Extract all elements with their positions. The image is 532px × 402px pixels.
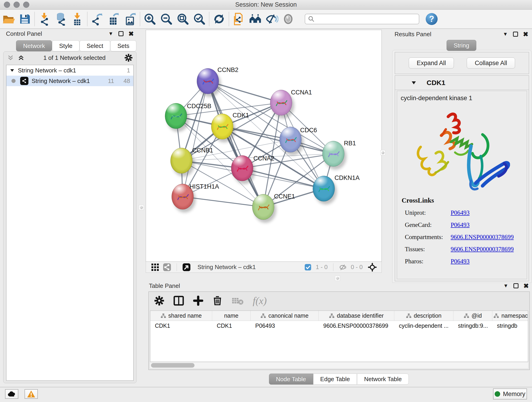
export-image-button[interactable] — [122, 11, 138, 27]
section-collapse-icon[interactable] — [411, 80, 417, 85]
table-cell[interactable]: cyclin-dependent ... — [394, 321, 453, 331]
network-node-CDK1[interactable] — [211, 114, 233, 139]
results-panel-close-icon[interactable]: ✖ — [523, 31, 528, 38]
column-header[interactable]: database identifier — [319, 311, 394, 321]
network-node-CDC6[interactable] — [279, 127, 302, 153]
control-panel-float-icon[interactable] — [119, 31, 123, 36]
crosslink-link[interactable]: P06493 — [451, 258, 470, 265]
expand-all-icon[interactable] — [18, 54, 25, 61]
save-session-button[interactable] — [17, 11, 33, 27]
network-collection-row[interactable]: String Network – cdk1 1 — [6, 65, 133, 76]
bottom-splitter-handle[interactable] — [335, 276, 340, 281]
table-hscrollbar-thumb[interactable] — [151, 363, 195, 368]
hidden-eye-icon[interactable] — [337, 263, 349, 272]
hide-selected-button[interactable] — [264, 11, 280, 27]
results-panel-menu-icon[interactable]: ▼ — [503, 31, 508, 37]
birds-eye-view-icon[interactable] — [181, 263, 192, 272]
network-node-CCNE1[interactable] — [252, 194, 274, 220]
right-splitter-handle[interactable] — [380, 150, 385, 155]
network-edge[interactable] — [208, 81, 281, 103]
import-network-database-button[interactable] — [53, 11, 69, 27]
crosslink-link[interactable]: P06493 — [451, 221, 470, 228]
table-cell[interactable]: stringdb — [492, 321, 528, 331]
table-panel-close-icon[interactable]: ✖ — [524, 282, 529, 290]
fit-content-crosshair-icon[interactable] — [366, 263, 378, 272]
network-row[interactable]: String Network – cdk1 11 48 — [6, 76, 133, 86]
network-view-icon[interactable] — [161, 263, 173, 272]
column-header[interactable]: canonical name — [251, 311, 319, 321]
open-session-button[interactable] — [0, 11, 17, 27]
export-table-button[interactable] — [105, 11, 122, 27]
network-node-CCNA1[interactable] — [270, 90, 292, 115]
table-panel-menu-icon[interactable]: ▼ — [503, 283, 508, 289]
tab-string[interactable]: String — [447, 40, 476, 51]
table-panel-float-icon[interactable] — [513, 283, 519, 288]
show-columns-icon[interactable] — [173, 295, 184, 306]
table-hscrollbar[interactable] — [150, 362, 528, 368]
network-node-CCNB2[interactable] — [197, 68, 219, 94]
tab-node-table[interactable]: Node Table — [269, 374, 313, 385]
tab-style[interactable]: Style — [52, 40, 80, 51]
crosslink-link[interactable]: 9606.ENSP00000378699 — [451, 246, 514, 253]
column-header[interactable]: namespace — [492, 311, 528, 321]
cloud-button[interactable] — [5, 389, 18, 399]
crosslink-link[interactable]: 9606.ENSP00000378699 — [451, 234, 514, 240]
zoom-in-button[interactable] — [142, 11, 158, 27]
tab-select[interactable]: Select — [80, 40, 110, 51]
network-canvas[interactable]: CCNB2CCNA1CDC25BCDK1CDC6RB1CCNB1CCNA2CDK… — [146, 30, 382, 262]
zoom-out-button[interactable] — [158, 11, 175, 27]
network-edge[interactable] — [183, 197, 263, 207]
column-header[interactable]: name — [212, 311, 251, 321]
delete-icon[interactable] — [212, 296, 222, 306]
network-edge[interactable] — [183, 81, 208, 197]
show-graphics-details-button[interactable] — [280, 11, 297, 27]
show-all-networks-button[interactable] — [247, 11, 264, 27]
table-cell[interactable]: P06493 — [251, 321, 319, 331]
column-header[interactable]: shared name — [150, 311, 212, 321]
control-panel-close-icon[interactable]: ✖ — [128, 30, 134, 38]
tab-network[interactable]: Network — [16, 40, 52, 51]
table-cell[interactable]: CDK1 — [150, 321, 212, 331]
results-panel-float-icon[interactable] — [513, 32, 518, 37]
network-node-CCNA2[interactable] — [231, 155, 253, 181]
selected-checkbox-icon[interactable] — [302, 263, 314, 272]
function-builder-icon[interactable]: f(x) — [253, 295, 267, 307]
column-header[interactable]: description — [394, 311, 453, 321]
network-node-RB1[interactable] — [322, 141, 344, 167]
expand-all-button[interactable]: Expand All — [409, 57, 454, 69]
refresh-button[interactable] — [211, 11, 227, 27]
export-network-button[interactable] — [89, 11, 105, 27]
tab-network-table[interactable]: Network Table — [357, 374, 409, 385]
control-panel-menu-icon[interactable]: ▼ — [108, 31, 114, 37]
help-button[interactable]: ? — [426, 13, 438, 25]
add-icon[interactable] — [193, 296, 203, 306]
node-table[interactable]: shared namenamecanonical namedatabase id… — [150, 311, 528, 362]
search-input[interactable] — [305, 14, 419, 24]
zoom-fit-button[interactable] — [175, 11, 191, 27]
column-header[interactable]: @id — [453, 311, 492, 321]
import-network-file-button[interactable] — [36, 11, 53, 27]
table-cell[interactable]: CDK1 — [212, 321, 251, 331]
memory-button[interactable]: Memory — [493, 389, 527, 400]
table-row[interactable]: CDK1CDK1P064939606.ENSP00000378699cyclin… — [150, 321, 528, 331]
network-options-gear-icon[interactable] — [124, 54, 133, 62]
tree-expand-icon[interactable] — [10, 68, 15, 73]
table-cell[interactable]: 9606.ENSP00000378699 — [319, 321, 394, 331]
collapse-all-button[interactable]: Collapse All — [467, 57, 515, 69]
warning-button[interactable] — [25, 389, 38, 399]
network-node-CDKN1A[interactable] — [313, 176, 335, 201]
grid-view-icon[interactable] — [149, 263, 161, 272]
table-cell[interactable]: stringdb:9... — [453, 321, 492, 331]
clone-network-button[interactable] — [230, 11, 247, 27]
delete-table-icon[interactable] — [232, 296, 244, 305]
collapse-all-icon[interactable] — [7, 54, 14, 61]
network-node-CDC25B[interactable] — [165, 103, 187, 129]
left-splitter-handle[interactable] — [139, 205, 144, 210]
tab-edge-table[interactable]: Edge Table — [313, 374, 357, 385]
table-options-gear-icon[interactable] — [154, 296, 164, 306]
zoom-selected-button[interactable] — [191, 11, 208, 27]
network-node-CCNB1[interactable] — [171, 148, 192, 173]
tab-sets[interactable]: Sets — [110, 40, 136, 51]
import-table-file-button[interactable] — [69, 11, 86, 27]
crosslink-link[interactable]: P06493 — [451, 209, 470, 216]
